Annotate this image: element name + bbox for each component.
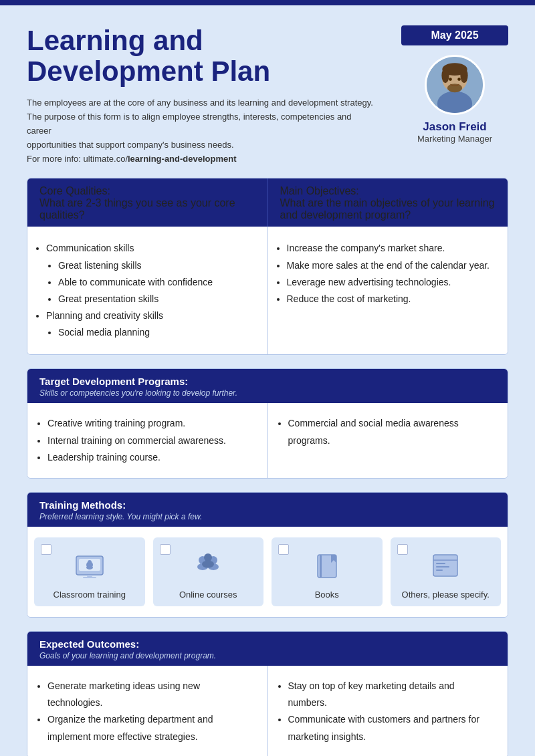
svg-rect-15 xyxy=(83,577,96,578)
target-dev-body: Creative writing training program. Inter… xyxy=(27,403,508,478)
svg-rect-23 xyxy=(320,555,322,578)
svg-point-12 xyxy=(88,560,92,564)
list-item: Increase the company's market share. xyxy=(287,240,496,257)
svg-rect-27 xyxy=(436,563,445,564)
list-item: Great listening skills xyxy=(58,257,255,274)
svg-point-5 xyxy=(460,68,467,83)
training-methods-body: Classroom training Online cour xyxy=(27,527,508,617)
training-item-others: Others, please specify. xyxy=(391,537,502,606)
list-item: Organize the marketing department and im… xyxy=(47,711,255,745)
intro-link[interactable]: learning-and-development xyxy=(128,154,237,164)
expected-outcomes-section: Expected Outcomes: Goals of your learnin… xyxy=(27,631,508,756)
online-label: Online courses xyxy=(179,590,237,600)
expected-outcomes-body: Generate marketing ideas using new techn… xyxy=(27,666,508,756)
avatar xyxy=(425,55,485,115)
top-bar xyxy=(0,0,535,5)
svg-rect-14 xyxy=(87,575,92,577)
expected-outcomes-header: Expected Outcomes: Goals of your learnin… xyxy=(27,632,508,666)
list-item: Able to communicate with confidence xyxy=(58,274,255,291)
training-item-classroom: Classroom training xyxy=(34,537,145,606)
others-label: Others, please specify. xyxy=(402,590,490,600)
classroom-checkbox[interactable] xyxy=(41,544,51,555)
training-methods-header: Training Methods: Preferred learning sty… xyxy=(27,493,508,527)
online-icon xyxy=(189,547,227,584)
expected-col1: Generate marketing ideas using new techn… xyxy=(27,666,268,756)
target-dev-section: Target Development Programs: Skills or c… xyxy=(27,368,508,479)
core-main-section: Core Qualities: What are 2-3 things you … xyxy=(27,178,508,355)
target-dev-header: Target Development Programs: Skills or c… xyxy=(27,369,508,403)
intro-text: The employees are at the core of any bus… xyxy=(27,96,374,166)
svg-point-4 xyxy=(441,68,449,83)
others-checkbox[interactable] xyxy=(397,544,408,555)
list-item: Leadership training course. xyxy=(47,449,255,466)
list-item: Leverage new advertising technologies. xyxy=(287,274,496,291)
main-objectives-header: Main Objectives: What are the main objec… xyxy=(268,178,508,227)
svg-rect-28 xyxy=(436,566,449,568)
expected-col2: Stay on top of key marketing details and… xyxy=(268,666,508,756)
training-item-books: Books xyxy=(272,537,383,606)
list-item: Communicate with customers and partners … xyxy=(288,711,496,745)
title-block: Learning and Development Plan The employ… xyxy=(27,25,374,166)
svg-rect-25 xyxy=(433,555,457,576)
training-methods-section: Training Methods: Preferred learning sty… xyxy=(27,492,508,618)
books-icon xyxy=(308,547,346,584)
profile-block: May 2025 xyxy=(401,25,508,144)
profile-role: Marketing Manager xyxy=(417,134,492,144)
svg-point-13 xyxy=(86,565,93,570)
list-item: Social media planning xyxy=(58,324,255,341)
list-item: Internal training on commercial awarenes… xyxy=(47,432,255,449)
books-label: Books xyxy=(315,590,339,600)
svg-point-21 xyxy=(202,561,214,568)
page-title: Learning and Development Plan xyxy=(27,25,374,87)
svg-point-6 xyxy=(447,84,462,92)
online-checkbox[interactable] xyxy=(160,544,171,555)
main-objectives-body: Increase the company's market share. Mak… xyxy=(268,227,508,354)
list-item: Stay on top of key marketing details and… xyxy=(288,678,496,711)
target-dev-col1: Creative writing training program. Inter… xyxy=(27,403,268,478)
list-item: Reduce the cost of marketing. xyxy=(287,291,496,307)
svg-point-20 xyxy=(204,553,212,561)
classroom-label: Classroom training xyxy=(54,590,126,600)
core-qualities-body: Communication skills Great listening ski… xyxy=(27,227,268,354)
target-dev-col2: Commercial and social media awareness pr… xyxy=(268,403,508,478)
list-item: Great presentation skills xyxy=(58,291,255,307)
date-badge: May 2025 xyxy=(401,25,508,45)
list-item: Creative writing training program. xyxy=(47,415,255,432)
svg-point-1 xyxy=(437,91,472,115)
list-item: Planning and creativity skills Social me… xyxy=(46,307,255,341)
books-checkbox[interactable] xyxy=(278,544,289,555)
core-qualities-header: Core Qualities: What are 2-3 things you … xyxy=(27,178,268,227)
svg-point-8 xyxy=(457,78,461,81)
two-col-headers: Core Qualities: What are 2-3 things you … xyxy=(27,178,508,227)
page-content: Learning and Development Plan The employ… xyxy=(0,5,535,756)
list-item: Communication skills Great listening ski… xyxy=(46,240,255,307)
classroom-icon xyxy=(71,547,108,584)
svg-rect-29 xyxy=(436,570,443,571)
svg-point-7 xyxy=(449,78,452,81)
others-icon xyxy=(427,547,464,584)
list-item: Make more sales at the end of the calend… xyxy=(287,257,496,274)
profile-name: Jason Freid xyxy=(423,120,486,134)
header-row: Learning and Development Plan The employ… xyxy=(27,25,508,166)
two-col-body: Communication skills Great listening ski… xyxy=(27,227,508,354)
list-item: Generate marketing ideas using new techn… xyxy=(47,678,255,711)
training-item-online: Online courses xyxy=(153,537,264,606)
list-item: Commercial and social media awareness pr… xyxy=(288,415,496,449)
